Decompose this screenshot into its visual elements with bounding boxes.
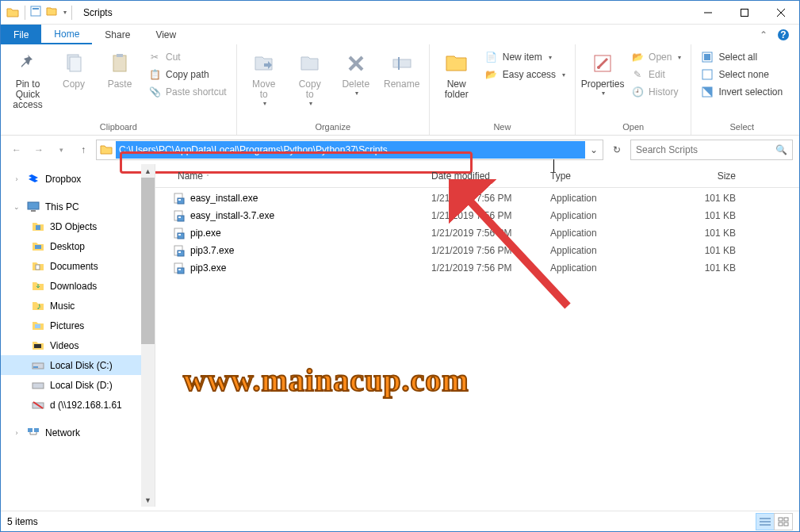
svg-rect-32 xyxy=(33,383,44,388)
svg-rect-11 xyxy=(117,54,123,57)
column-name[interactable]: Name˄ xyxy=(171,170,425,182)
nav-this-pc[interactable]: ⌄This PC xyxy=(1,197,155,216)
svg-rect-51 xyxy=(178,269,181,270)
copy-button[interactable]: Copy xyxy=(52,48,96,93)
nav-music[interactable]: ♪Music xyxy=(1,296,155,316)
column-type[interactable]: Type xyxy=(544,170,663,182)
invert-selection-button[interactable]: Invert selection xyxy=(696,84,787,100)
svg-rect-9 xyxy=(70,57,81,71)
group-select: Select all Select none Invert selection … xyxy=(691,44,792,135)
column-size[interactable]: Size xyxy=(663,170,742,182)
close-button[interactable] xyxy=(763,1,799,25)
folder-icon xyxy=(31,319,45,333)
svg-rect-36 xyxy=(34,428,39,432)
file-name: pip3.exe xyxy=(187,262,425,274)
cut-button[interactable]: ✂Cut xyxy=(144,49,232,65)
properties-button[interactable]: Properties▾ xyxy=(580,48,625,100)
refresh-button[interactable]: ↻ xyxy=(607,140,627,160)
folder-icon xyxy=(31,279,45,293)
nav-pictures[interactable]: Pictures xyxy=(1,316,155,335)
new-item-button[interactable]: 📄New item▾ xyxy=(480,49,570,65)
svg-rect-20 xyxy=(702,70,712,79)
move-to-button[interactable]: Moveto▾ xyxy=(242,48,286,110)
nav-network-drive[interactable]: d (\\192.168.1.61 xyxy=(1,395,155,415)
file-row[interactable]: easy_install-3.7.exe1/21/2019 7:56 PMApp… xyxy=(155,207,799,224)
folder-icon xyxy=(31,239,45,254)
search-icon: 🔍 xyxy=(775,144,787,155)
tab-home[interactable]: Home xyxy=(41,25,92,44)
forward-button[interactable]: → xyxy=(29,140,48,159)
folder-icon xyxy=(97,144,116,156)
back-button[interactable]: ← xyxy=(7,140,26,159)
address-bar[interactable]: ⌄ xyxy=(96,140,603,160)
minimize-button[interactable] xyxy=(690,1,726,25)
large-icons-view-button[interactable] xyxy=(774,513,793,530)
maximize-button[interactable] xyxy=(726,1,763,25)
scroll-up-icon[interactable]: ▲ xyxy=(141,164,155,178)
select-all-button[interactable]: Select all xyxy=(696,49,787,65)
file-row[interactable]: easy_install.exe1/21/2019 7:56 PMApplica… xyxy=(155,189,799,207)
rename-button[interactable]: Rename xyxy=(380,48,424,93)
copy-path-button[interactable]: 📋Copy path xyxy=(144,67,232,82)
folder-icon xyxy=(6,6,20,20)
nav-local-disk-c[interactable]: Local Disk (C:) xyxy=(1,355,155,375)
recent-locations-button[interactable]: ▾ xyxy=(52,140,71,159)
nav-bar: ← → ▾ ↑ ⌄ ↻ 🔍 xyxy=(1,136,799,164)
file-date: 1/21/2019 7:56 PM xyxy=(425,228,544,239)
delete-button[interactable]: Delete▾ xyxy=(334,48,378,100)
scroll-thumb[interactable] xyxy=(141,178,155,344)
history-button[interactable]: 🕘History xyxy=(626,84,686,100)
tab-file[interactable]: File xyxy=(1,25,41,44)
file-row[interactable]: pip3.exe1/21/2019 7:56 PMApplication101 … xyxy=(155,259,799,277)
file-row[interactable]: pip.exe1/21/2019 7:56 PMApplication101 K… xyxy=(155,224,799,242)
svg-rect-56 xyxy=(779,518,783,521)
up-button[interactable]: ↑ xyxy=(74,140,93,159)
file-name: pip3.7.exe xyxy=(187,245,425,256)
qat-props-icon[interactable] xyxy=(30,6,41,19)
tab-view[interactable]: View xyxy=(143,25,189,44)
nav-documents[interactable]: Documents xyxy=(1,256,155,276)
svg-rect-39 xyxy=(178,199,181,201)
help-icon[interactable]: ? xyxy=(773,25,793,44)
open-button[interactable]: 📂Open▾ xyxy=(626,49,686,65)
nav-downloads[interactable]: Downloads xyxy=(1,276,155,296)
easy-access-button[interactable]: 📂Easy access▾ xyxy=(480,67,570,82)
new-folder-button[interactable]: Newfolder xyxy=(434,48,479,103)
paste-button[interactable]: Paste xyxy=(98,48,142,93)
file-row[interactable]: pip3.7.exe1/21/2019 7:56 PMApplication10… xyxy=(155,242,799,259)
tab-share[interactable]: Share xyxy=(92,25,143,44)
address-dropdown-icon[interactable]: ⌄ xyxy=(585,144,603,155)
file-name: easy_install.exe xyxy=(187,193,425,204)
nav-videos[interactable]: Videos xyxy=(1,335,155,355)
minimize-ribbon-icon[interactable]: ⌃ xyxy=(753,25,773,44)
details-view-button[interactable] xyxy=(756,513,775,530)
select-none-button[interactable]: Select none xyxy=(696,67,787,82)
copy-to-button[interactable]: Copyto▾ xyxy=(288,48,332,110)
file-date: 1/21/2019 7:56 PM xyxy=(425,262,544,274)
ribbon-tabs: File Home Share View ⌃ ? xyxy=(1,25,799,44)
paste-shortcut-button[interactable]: 📎Paste shortcut xyxy=(144,84,232,100)
new-item-icon: 📄 xyxy=(485,51,498,63)
scissors-icon: ✂ xyxy=(148,51,161,63)
edit-button[interactable]: ✎Edit xyxy=(626,67,686,82)
svg-rect-58 xyxy=(779,522,783,526)
scroll-down-icon[interactable]: ▼ xyxy=(141,493,155,507)
nav-3d-objects[interactable]: 3D Objects xyxy=(1,216,155,236)
search-box[interactable]: 🔍 xyxy=(630,140,793,160)
folder-icon xyxy=(31,339,45,353)
file-rows: easy_install.exe1/21/2019 7:56 PMApplica… xyxy=(155,188,799,278)
paste-icon xyxy=(107,51,132,76)
pin-to-quick-access-button[interactable]: Pin to Quickaccess xyxy=(6,48,50,113)
network-icon xyxy=(26,426,40,440)
qat-newfolder-icon[interactable] xyxy=(46,6,57,19)
nav-dropbox[interactable]: ›Dropbox xyxy=(1,169,155,189)
nav-network[interactable]: ›Network xyxy=(1,423,155,442)
qat-customize-icon[interactable]: ▾ xyxy=(63,9,67,16)
search-input[interactable] xyxy=(636,144,775,155)
address-input[interactable] xyxy=(116,141,585,159)
window-title: Scripts xyxy=(77,7,113,18)
nav-desktop[interactable]: Desktop xyxy=(1,236,155,256)
nav-local-disk-d[interactable]: Local Disk (D:) xyxy=(1,375,155,395)
column-date[interactable]: Date modified xyxy=(425,170,544,182)
group-organize: Moveto▾ Copyto▾ Delete▾ Rename Organize xyxy=(237,44,430,135)
